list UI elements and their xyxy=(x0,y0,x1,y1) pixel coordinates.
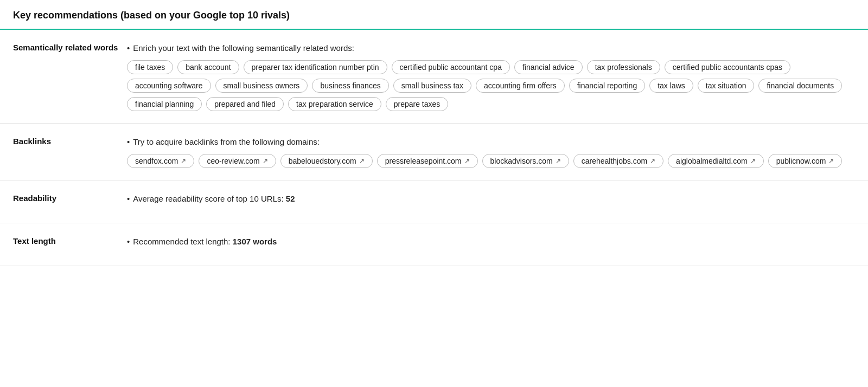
bullet-dot-readability: • xyxy=(127,192,130,205)
tag-tax-situation: tax situation xyxy=(698,79,755,93)
tag-certified-cpa: certified public accountant cpa xyxy=(392,60,510,74)
tag-accounting-software: accounting software xyxy=(127,79,211,93)
bullet-dot-backlinks: • xyxy=(127,136,130,149)
link-ceo-review[interactable]: ceo-review.com ↗︎ xyxy=(199,154,276,168)
section-semantically-related-words: Semantically related words • Enrich your… xyxy=(0,30,868,124)
bullet-line-text-length: • Recommended text length: 1307 words xyxy=(127,235,855,248)
text-length-value: 1307 words xyxy=(233,237,277,246)
tag-preparer-tax: preparer tax identification number ptin xyxy=(244,60,387,74)
tag-small-business-tax: small business tax xyxy=(393,79,471,93)
tag-file-taxes: file taxes xyxy=(127,60,173,74)
section-label-semantically-related-words: Semantically related words xyxy=(13,42,127,52)
backlinks-tags-container: sendfox.com ↗︎ ceo-review.com ↗︎ babelou… xyxy=(127,154,855,168)
bullet-line-semantically: • Enrich your text with the following se… xyxy=(127,42,855,55)
page-header: Key recommendations (based on your Googl… xyxy=(0,0,868,30)
tag-financial-advice: financial advice xyxy=(514,60,583,74)
external-link-icon-press: ↗︎ xyxy=(464,157,470,165)
section-content-text-length: • Recommended text length: 1307 words xyxy=(127,235,855,254)
tag-tax-preparation-service: tax preparation service xyxy=(288,97,381,111)
backlinks-intro-text: Try to acquire backlinks from the follow… xyxy=(133,136,320,149)
tag-small-business-owners: small business owners xyxy=(215,79,308,93)
link-aiglobalmedialtd[interactable]: aiglobalmedialtd.com ↗︎ xyxy=(668,154,764,168)
readability-text: Average readability score of top 10 URLs… xyxy=(133,192,295,205)
tag-financial-planning: financial planning xyxy=(127,97,202,111)
section-content-readability: • Average readability score of top 10 UR… xyxy=(127,192,855,211)
tag-financial-reporting: financial reporting xyxy=(569,79,646,93)
tag-financial-documents: financial documents xyxy=(758,79,842,93)
main-container: Key recommendations (based on your Googl… xyxy=(0,0,868,266)
link-pressreleasepoint[interactable]: pressreleasepoint.com ↗︎ xyxy=(377,154,478,168)
bullet-line-readability: • Average readability score of top 10 UR… xyxy=(127,192,855,205)
link-carehealthjobs[interactable]: carehealthjobs.com ↗︎ xyxy=(573,154,663,168)
semantically-intro-text: Enrich your text with the following sema… xyxy=(133,42,354,55)
section-content-semantically-related-words: • Enrich your text with the following se… xyxy=(127,42,855,111)
link-babelouedstory[interactable]: babelouedstory.com ↗︎ xyxy=(280,154,373,168)
external-link-icon-care: ↗︎ xyxy=(650,157,655,165)
tag-prepared-and-filed: prepared and filed xyxy=(206,97,284,111)
external-link-icon-block: ↗︎ xyxy=(556,157,561,165)
bullet-line-backlinks: • Try to acquire backlinks from the foll… xyxy=(127,136,855,149)
text-length-text: Recommended text length: 1307 words xyxy=(133,235,277,248)
external-link-icon-sendfox: ↗︎ xyxy=(181,157,186,165)
link-sendfox[interactable]: sendfox.com ↗︎ xyxy=(127,154,194,168)
tag-tax-professionals: tax professionals xyxy=(587,60,660,74)
external-link-icon-publicnow: ↗︎ xyxy=(828,157,834,165)
link-publicnow[interactable]: publicnow.com ↗︎ xyxy=(768,154,843,168)
section-label-text-length: Text length xyxy=(13,235,127,246)
tag-accounting-firm-offers: accounting firm offers xyxy=(476,79,565,93)
section-label-readability: Readability xyxy=(13,192,127,203)
tag-prepare-taxes: prepare taxes xyxy=(386,97,449,111)
tag-business-finances: business finances xyxy=(312,79,388,93)
tag-certified-cpas: certified public accountants cpas xyxy=(665,60,790,74)
semantically-tags-container: file taxes bank account preparer tax ide… xyxy=(127,60,855,111)
bullet-dot-text-length: • xyxy=(127,235,130,248)
section-backlinks: Backlinks • Try to acquire backlinks fro… xyxy=(0,124,868,180)
section-label-backlinks: Backlinks xyxy=(13,136,127,146)
bullet-dot: • xyxy=(127,42,130,55)
tag-bank-account: bank account xyxy=(177,60,239,74)
readability-score-value: 52 xyxy=(286,194,295,203)
external-link-icon-babeloued: ↗︎ xyxy=(359,157,365,165)
section-content-backlinks: • Try to acquire backlinks from the foll… xyxy=(127,136,855,168)
section-text-length: Text length • Recommended text length: 1… xyxy=(0,223,868,266)
external-link-icon-aiglobal: ↗︎ xyxy=(750,157,756,165)
external-link-icon-ceo: ↗︎ xyxy=(263,157,268,165)
page-title: Key recommendations (based on your Googl… xyxy=(13,10,290,21)
tag-tax-laws: tax laws xyxy=(649,79,693,93)
section-readability: Readability • Average readability score … xyxy=(0,180,868,223)
link-blockadvisors[interactable]: blockadvisors.com ↗︎ xyxy=(482,154,569,168)
